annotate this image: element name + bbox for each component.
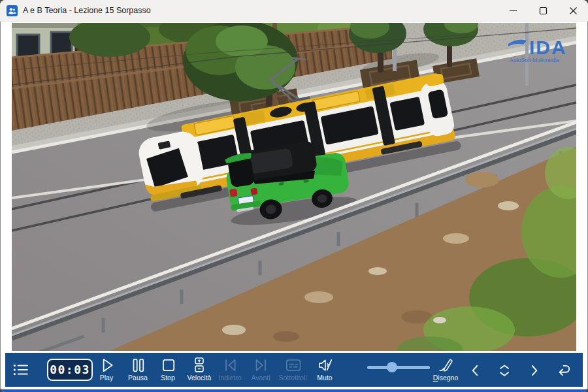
minimize-icon xyxy=(508,6,518,16)
logo-text: IDA xyxy=(529,37,567,58)
return-arrow-icon xyxy=(554,361,571,378)
chevron-right-icon xyxy=(525,361,542,378)
skip-back-icon xyxy=(221,356,238,373)
stop-icon xyxy=(159,356,176,373)
next-button[interactable] xyxy=(525,361,544,378)
close-icon xyxy=(568,6,578,16)
maximize-button[interactable] xyxy=(528,0,558,21)
player-toolbar: 00:03 Play Pausa Stop xyxy=(5,353,583,387)
window-accent-border xyxy=(0,389,588,392)
close-button[interactable] xyxy=(558,0,588,21)
video-area: IDA AutoSoft Multimedia xyxy=(12,23,576,351)
pause-icon xyxy=(129,356,146,373)
slider-thumb[interactable] xyxy=(387,362,397,372)
chevron-left-icon xyxy=(466,361,483,378)
play-icon xyxy=(98,356,115,373)
app-window: A e B Teoria - Lezione 15 Sorpasso xyxy=(0,0,588,392)
scroll-button[interactable] xyxy=(495,361,514,378)
slider-track[interactable] xyxy=(367,366,430,369)
menu-button[interactable] xyxy=(12,361,30,378)
people-icon xyxy=(7,5,18,16)
window-title: A e B Teoria - Lezione 15 Sorpasso xyxy=(23,6,151,15)
screen: A e B Teoria - Lezione 15 Sorpasso xyxy=(0,0,588,392)
volume-slider[interactable] xyxy=(367,361,430,374)
subtitles-icon xyxy=(284,356,301,373)
draw-button[interactable]: Disegno xyxy=(425,356,466,382)
chevrons-vertical-icon xyxy=(495,361,512,378)
lesson-scene: IDA AutoSoft Multimedia xyxy=(12,23,576,351)
mute-button[interactable]: Muto xyxy=(304,356,346,382)
speed-plus-minus-icon xyxy=(191,356,208,373)
pen-icon xyxy=(437,356,454,373)
logo-tagline: AutoSoft Multimedia xyxy=(510,57,559,63)
return-button[interactable] xyxy=(554,361,572,378)
mute-speaker-icon xyxy=(316,356,333,373)
minimize-button[interactable] xyxy=(498,0,528,21)
window-controls xyxy=(498,0,588,21)
titlebar: A e B Teoria - Lezione 15 Sorpasso xyxy=(0,0,588,22)
maximize-icon xyxy=(538,6,548,16)
list-menu-icon xyxy=(12,361,29,378)
skip-forward-icon xyxy=(252,356,269,373)
prev-button[interactable] xyxy=(466,361,485,378)
